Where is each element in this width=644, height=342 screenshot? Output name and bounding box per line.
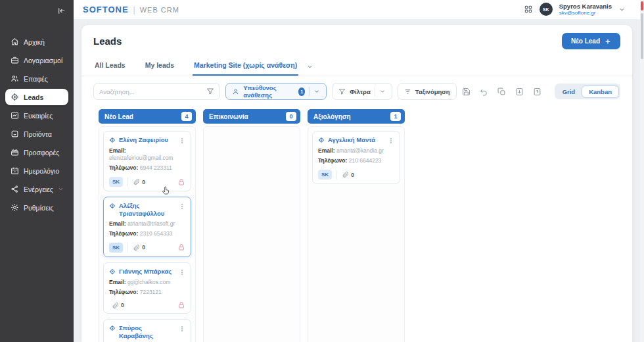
lead-name[interactable]: Αγγελική Μαντά bbox=[328, 136, 384, 144]
attachment-count: 0 bbox=[121, 302, 124, 308]
person-icon bbox=[232, 88, 239, 95]
kebab-menu-icon[interactable] bbox=[179, 325, 185, 333]
sidebar-item-label: Ημερολόγιο bbox=[24, 167, 59, 175]
copy-icon[interactable] bbox=[497, 87, 506, 96]
email-value: elenizafeiriou@gmail.com bbox=[109, 155, 173, 161]
view-toggle-kanban[interactable]: Kanban bbox=[582, 86, 619, 98]
view-toggle: Grid Kanban bbox=[555, 84, 620, 99]
sidebar-item-label: Προϊόντα bbox=[24, 130, 52, 138]
user-name: Spyros Karavanis bbox=[559, 3, 612, 10]
tab-marketing-site[interactable]: Marketing Site (χωρίς ανάθεση) bbox=[193, 57, 298, 76]
brand-suffix: WEB CRM bbox=[140, 6, 179, 14]
lead-card[interactable]: Αγγελική Μαντά Email: amanta@kandia.gr Τ… bbox=[312, 131, 400, 184]
owner-badge: SK bbox=[109, 243, 123, 253]
sidebar-item-accounts[interactable]: Λογαριασμοί bbox=[5, 52, 68, 68]
lead-name[interactable]: Ελένη Ζαφειρίου bbox=[119, 136, 175, 144]
paperclip-icon bbox=[342, 171, 349, 178]
divider bbox=[309, 87, 310, 96]
save-icon[interactable] bbox=[462, 87, 471, 96]
offers-icon bbox=[11, 148, 19, 157]
apps-grid-icon[interactable] bbox=[524, 5, 533, 14]
funnel-icon[interactable] bbox=[206, 87, 214, 95]
column-header[interactable]: Αξιολόγηση 1 bbox=[308, 109, 405, 124]
phone-label: Τηλέφωνο: bbox=[109, 164, 138, 171]
sidebar-item-settings[interactable]: Ρυθμίσεις bbox=[5, 199, 68, 216]
actions-icon bbox=[11, 185, 19, 193]
new-lead-button[interactable]: Νέο Lead bbox=[562, 33, 620, 49]
sidebar-item-label: Αρχική bbox=[24, 38, 45, 46]
sidebar-item-offers[interactable]: Προσφορές bbox=[5, 144, 68, 160]
owner-badge: SK bbox=[109, 177, 123, 187]
toolbar bbox=[462, 87, 541, 96]
kebab-menu-icon[interactable] bbox=[179, 137, 185, 145]
tab-all-leads[interactable]: All Leads bbox=[93, 57, 127, 76]
sort-button-label: Ταξινόμηση bbox=[415, 88, 450, 95]
column-header[interactable]: Επικοινωνία 0 bbox=[203, 109, 300, 124]
lead-card[interactable]: Γιάννης Μπάρκας Email: gg@chalkos.com Τη… bbox=[103, 262, 191, 314]
lock-icon bbox=[177, 178, 185, 186]
phone-label: Τηλέφωνο: bbox=[109, 289, 138, 295]
filters-button[interactable]: Φίλτρα bbox=[332, 83, 392, 100]
lead-name[interactable]: Σπύρος Καραβάνης bbox=[119, 324, 175, 340]
user-info: Spyros Karavanis skv@softone.gr bbox=[559, 3, 612, 16]
tab-chevron-down-icon[interactable] bbox=[306, 63, 313, 70]
divider bbox=[336, 170, 337, 180]
attachments: 0 bbox=[133, 244, 145, 251]
assignee-filter-label: Υπεύθυνος ανάθεσης bbox=[243, 84, 294, 99]
calendar-icon bbox=[11, 166, 19, 175]
sidebar-item-label: Επαφές bbox=[24, 75, 48, 83]
divider bbox=[127, 243, 128, 252]
paperclip-icon bbox=[133, 178, 140, 185]
sidebar-item-actions[interactable]: Ενέργειες bbox=[5, 181, 68, 197]
column-title: Νέο Lead bbox=[104, 113, 133, 120]
target-icon bbox=[109, 203, 116, 209]
sidebar-item-opportunities[interactable]: Ευκαιρίες bbox=[5, 107, 68, 124]
kebab-menu-icon[interactable] bbox=[388, 137, 394, 145]
sidebar-item-contacts[interactable]: Επαφές bbox=[5, 70, 68, 87]
chevron-down-icon[interactable] bbox=[313, 88, 320, 95]
email-value: gg@chalkos.com bbox=[127, 279, 170, 285]
sidebar-item-products[interactable]: Προϊόντα bbox=[5, 126, 68, 142]
kebab-menu-icon[interactable] bbox=[179, 203, 185, 210]
sidebar-item-leads[interactable]: Leads bbox=[5, 89, 68, 105]
phone-value: 7223121 bbox=[140, 289, 162, 295]
owner-badge: SK bbox=[318, 170, 332, 180]
sidebar-collapse-icon[interactable] bbox=[57, 7, 66, 15]
file-export-icon[interactable] bbox=[515, 87, 524, 96]
email-label: Email: bbox=[318, 147, 335, 154]
lead-name[interactable]: Αλέξης Τριανταφύλλου bbox=[119, 202, 175, 218]
email-value: amanta@kandia.gr bbox=[336, 147, 384, 154]
attachments: 0 bbox=[342, 171, 354, 178]
search-box bbox=[93, 83, 220, 100]
lead-name[interactable]: Γιάννης Μπάρκας bbox=[119, 268, 175, 276]
sidebar-item-home[interactable]: Αρχική bbox=[5, 34, 68, 50]
user-menu-chevron-icon[interactable] bbox=[618, 6, 626, 13]
chart-icon bbox=[11, 111, 19, 120]
undo-icon[interactable] bbox=[480, 87, 488, 96]
file-import-icon[interactable] bbox=[533, 87, 541, 96]
phone-label: Τηλέφωνο: bbox=[109, 230, 138, 237]
avatar[interactable]: SK bbox=[540, 3, 553, 16]
attachments: 0 bbox=[112, 302, 124, 309]
paperclip-icon bbox=[133, 244, 140, 251]
sort-button[interactable]: Ταξινόμηση bbox=[398, 83, 457, 100]
column-header[interactable]: Νέο Lead 4 bbox=[99, 109, 196, 124]
tab-my-leads[interactable]: My leads bbox=[144, 57, 175, 76]
column-title: Αξιολόγηση bbox=[313, 113, 351, 120]
topbar: SOFTONE | WEB CRM SK Spyros Karavanis sk… bbox=[74, 0, 644, 20]
kanban-column-neo-lead: Νέο Lead 4 Ελένη Ζαφειρίου Email: eleniz… bbox=[99, 109, 196, 342]
view-toggle-grid[interactable]: Grid bbox=[556, 86, 582, 97]
sidebar-item-calendar[interactable]: Ημερολόγιο bbox=[5, 162, 68, 179]
lead-card[interactable]: Σπύρος Καραβάνης Email: spyros@softone.g… bbox=[103, 319, 191, 342]
sort-icon bbox=[404, 88, 411, 95]
home-icon bbox=[11, 37, 19, 46]
assignee-filter-pill[interactable]: Υπεύθυνος ανάθεσης 1 bbox=[225, 83, 327, 100]
lead-card[interactable]: Ελένη Ζαφειρίου Email: elenizafeiriou@gm… bbox=[103, 131, 191, 191]
kebab-menu-icon[interactable] bbox=[179, 268, 185, 276]
assignee-filter-count: 1 bbox=[298, 87, 305, 96]
phone-value: 210 6644223 bbox=[349, 157, 382, 164]
chevron-down-icon bbox=[379, 88, 386, 95]
lead-card[interactable]: Αλέξης Τριανταφύλλου Email: atrianta@tri… bbox=[103, 197, 191, 257]
search-input[interactable] bbox=[99, 88, 202, 95]
scrollbar-thumb[interactable] bbox=[641, 13, 643, 59]
